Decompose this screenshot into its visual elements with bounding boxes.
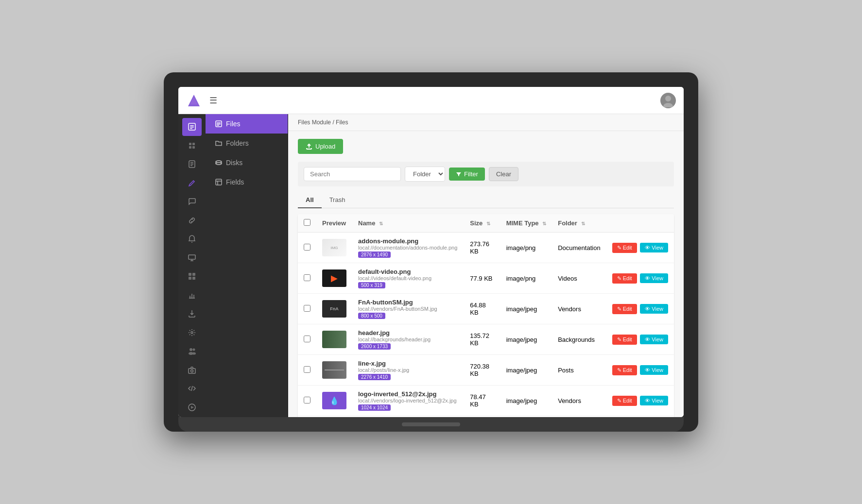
filter-button[interactable]: Filter	[449, 168, 485, 181]
edit-button[interactable]: ✎ Edit	[612, 243, 637, 253]
edit-button[interactable]: ✎ Edit	[612, 335, 637, 345]
row-mime-cell: image/jpeg	[500, 324, 552, 355]
row-mime-cell: image/png	[500, 416, 552, 418]
row-checkbox-cell	[298, 386, 316, 416]
file-path: local://backgrounds/header.jpg	[358, 336, 458, 342]
file-path: local://posts/line-x.jpg	[358, 367, 458, 373]
view-button[interactable]: 👁 View	[640, 335, 668, 344]
search-input[interactable]	[304, 167, 401, 181]
tab-all[interactable]: All	[298, 192, 322, 208]
col-checkbox	[298, 214, 316, 233]
row-mime-cell: image/png	[500, 263, 552, 294]
row-checkbox[interactable]	[304, 244, 310, 251]
clear-button[interactable]: Clear	[489, 167, 518, 181]
rail-notifications[interactable]	[182, 230, 202, 248]
row-checkbox[interactable]	[304, 366, 310, 373]
rail-media[interactable]	[182, 399, 202, 417]
col-size[interactable]: Size ⇅	[464, 214, 500, 233]
rail-files[interactable]	[182, 118, 202, 136]
col-name[interactable]: Name ⇅	[352, 214, 464, 233]
svg-line-35	[191, 386, 192, 391]
hamburger-icon[interactable]: ☰	[209, 95, 660, 106]
sidebar-item-fields[interactable]: Fields	[206, 172, 288, 192]
file-size: 77.9 KB	[470, 275, 492, 282]
row-checkbox[interactable]	[304, 305, 310, 312]
row-folder-cell: Documentation	[552, 233, 606, 263]
rail-chart[interactable]	[182, 286, 202, 304]
edit-button[interactable]: ✎ Edit	[612, 396, 637, 406]
file-mime: image/jpeg	[506, 336, 537, 343]
row-folder-cell: Posts	[552, 416, 606, 418]
rail-chat[interactable]	[182, 193, 202, 211]
svg-rect-17	[189, 255, 195, 259]
main-content: Files Module / Files U	[288, 114, 684, 417]
row-checkbox[interactable]	[304, 274, 310, 281]
rail-edit[interactable]	[182, 174, 202, 192]
file-folder: Documentation	[558, 244, 600, 252]
view-button[interactable]: 👁 View	[640, 365, 668, 375]
svg-rect-5	[190, 125, 194, 126]
filter-label: Filter	[464, 170, 478, 178]
select-all-checkbox[interactable]	[304, 219, 310, 226]
col-folder[interactable]: Folder ⇅	[552, 214, 606, 233]
file-path: local://videos/default-video.png	[358, 275, 458, 281]
folder-select[interactable]: Folder	[405, 167, 445, 182]
sidebar-folders-label: Folders	[226, 139, 249, 147]
row-actions-cell: ✎ Edit 👁 View	[606, 324, 674, 355]
svg-rect-21	[192, 273, 195, 276]
view-button[interactable]: 👁 View	[640, 273, 668, 283]
row-name-cell: default-video.png local://videos/default…	[352, 263, 464, 294]
col-actions	[606, 214, 674, 233]
view-button[interactable]: 👁 View	[640, 396, 668, 405]
files-table: Preview Name ⇅ Size ⇅	[298, 214, 674, 417]
svg-rect-47	[216, 179, 222, 185]
tab-trash[interactable]: Trash	[322, 192, 353, 208]
rail-settings[interactable]	[182, 324, 202, 342]
rail-code[interactable]	[182, 380, 202, 398]
edit-button[interactable]: ✎ Edit	[612, 273, 637, 284]
file-name: default-video.png	[358, 268, 458, 275]
col-mime[interactable]: MIME Type ⇅	[500, 214, 552, 233]
sidebar-item-disks[interactable]: Disks	[206, 153, 288, 172]
row-checkbox-cell	[298, 324, 316, 355]
rail-computer[interactable]	[182, 249, 202, 267]
rail-grid[interactable]	[182, 268, 202, 286]
svg-rect-6	[190, 127, 194, 128]
filter-bar: Folder Filter Clear	[298, 162, 674, 186]
svg-point-28	[191, 332, 193, 334]
svg-rect-7	[190, 128, 192, 129]
row-checkbox[interactable]	[304, 336, 310, 342]
file-name: FnA-buttonSM.jpg	[358, 299, 458, 306]
rail-docs[interactable]	[182, 155, 202, 173]
upload-button[interactable]: Upload	[298, 139, 343, 154]
file-mime: image/png	[506, 275, 536, 282]
file-mime: image/jpeg	[506, 305, 537, 313]
file-size: 64.88 KB	[470, 302, 486, 316]
edit-button[interactable]: ✎ Edit	[612, 304, 637, 314]
row-name-cell: Screen Shot 2016-06-22 at 2.49.17 PM.png…	[352, 416, 464, 418]
table-row: header.jpg local://backgrounds/header.jp…	[298, 324, 674, 355]
svg-marker-37	[191, 406, 194, 409]
file-thumbnail: IMG	[322, 239, 346, 256]
rail-users[interactable]	[182, 342, 202, 360]
file-name: line-x.jpg	[358, 360, 458, 367]
rail-links[interactable]	[182, 212, 202, 230]
top-bar: ☰	[178, 87, 684, 114]
rail-export[interactable]	[182, 305, 202, 323]
user-avatar[interactable]	[660, 93, 676, 108]
view-button[interactable]: 👁 View	[640, 304, 668, 314]
row-size-cell: 273.76 KB	[464, 233, 500, 263]
row-checkbox-cell	[298, 355, 316, 386]
sidebar: Files Folders	[206, 114, 288, 417]
sidebar-item-files[interactable]: Files	[206, 114, 288, 134]
rail-addons[interactable]	[182, 137, 202, 155]
edit-button[interactable]: ✎ Edit	[612, 365, 637, 375]
row-checkbox[interactable]	[304, 397, 310, 403]
rail-camera[interactable]	[182, 361, 202, 379]
file-name: addons-module.png	[358, 237, 458, 245]
view-button[interactable]: 👁 View	[640, 243, 668, 252]
mime-sort-icon: ⇅	[542, 221, 546, 226]
row-mime-cell: image/jpeg	[500, 386, 552, 416]
sidebar-item-folders[interactable]: Folders	[206, 134, 288, 153]
row-name-cell: header.jpg local://backgrounds/header.jp…	[352, 324, 464, 355]
